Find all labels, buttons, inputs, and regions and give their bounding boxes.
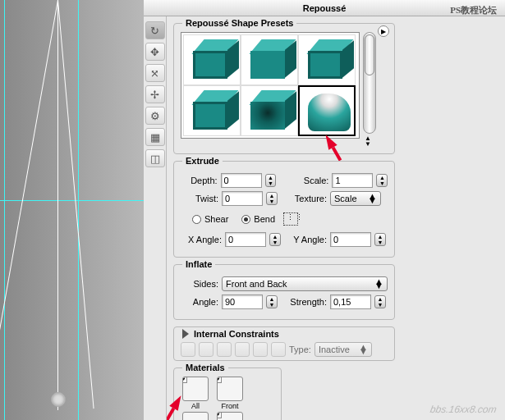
wireframe-line xyxy=(57,0,58,410)
material-all[interactable]: ▾All xyxy=(181,377,210,410)
bend-radio[interactable] xyxy=(241,215,250,224)
texture-label: Texture: xyxy=(287,194,327,203)
drag-origin-icon[interactable] xyxy=(283,212,298,226)
guide-vertical xyxy=(78,0,79,420)
panel-body: Repoussé Shape Presets ▶ ▲ ▼ xyxy=(167,16,505,420)
depth-input[interactable] xyxy=(221,173,262,188)
texture-value: Scale xyxy=(334,194,357,203)
tool-grid[interactable]: ▦ xyxy=(145,128,165,146)
constraint-tool-6[interactable] xyxy=(271,342,286,357)
fieldset-materials: Materials ▾All ▾Front B ▾Sides ▾Bevel2 B xyxy=(173,368,282,420)
inflate-sides-select[interactable]: Front and Back▲▼ xyxy=(222,276,388,291)
inflate-strength-input[interactable] xyxy=(330,294,371,309)
twist-stepper[interactable]: ▲▼ xyxy=(266,192,278,205)
constraints-title: Internal Constraints xyxy=(194,329,279,339)
scrollbar-thumb[interactable] xyxy=(365,34,374,75)
xangle-label: X Angle: xyxy=(181,235,222,244)
preset-cube-hollow[interactable] xyxy=(241,85,298,136)
scale-input[interactable] xyxy=(332,173,373,188)
watermark-text: PS教程论坛 xyxy=(450,2,497,18)
guide-vertical xyxy=(4,0,5,420)
fieldset-constraints: Internal Constraints Type: Inactive▲▼ xyxy=(173,326,395,361)
inflate-angle-stepper[interactable]: ▲▼ xyxy=(266,295,278,308)
disclosure-triangle-icon[interactable] xyxy=(182,329,189,339)
scroll-down-icon[interactable]: ▼ xyxy=(365,141,371,147)
vertex-handle[interactable] xyxy=(51,392,66,407)
preset-cube-bevel[interactable] xyxy=(183,34,241,85)
yangle-input[interactable] xyxy=(330,232,371,247)
scale-label: Scale: xyxy=(292,176,329,185)
shear-label: Shear xyxy=(204,214,228,224)
fieldset-title: Materials xyxy=(182,363,228,372)
constraint-tool-2[interactable] xyxy=(199,342,213,357)
fieldset-title: Inflate xyxy=(182,259,215,269)
flyout-icon[interactable]: ▶ xyxy=(378,25,389,37)
constraint-type-label: Type: xyxy=(289,345,311,354)
xangle-input[interactable] xyxy=(225,232,266,247)
depth-label: Depth: xyxy=(181,176,218,185)
fieldset-extrude: Extrude Depth: ▲▼ Scale: ▲▼ Twist: ▲▼ Te… xyxy=(173,161,395,258)
inflate-angle-input[interactable] xyxy=(222,294,263,309)
inflate-sides-value: Front and Back xyxy=(226,279,287,289)
wireframe-line xyxy=(57,0,94,409)
twist-label: Twist: xyxy=(181,194,218,203)
preset-grid xyxy=(181,32,360,139)
inflate-strength-stepper[interactable]: ▲▼ xyxy=(374,295,386,308)
bend-label: Bend xyxy=(254,214,275,224)
tool-move[interactable]: ⤧ xyxy=(145,64,165,82)
constraint-tool-3[interactable] xyxy=(217,342,232,357)
inflate-strength-label: Strength: xyxy=(281,297,327,307)
fieldset-title: Extrude xyxy=(182,156,223,166)
window-title: Repoussé xyxy=(303,3,347,13)
wireframe-line xyxy=(0,0,58,404)
tool-rotate[interactable]: ↻ xyxy=(145,21,165,39)
tool-pan[interactable]: ✥ xyxy=(145,43,165,61)
constraint-tool-5[interactable] xyxy=(253,342,268,357)
constraint-type-select[interactable]: Inactive▲▼ xyxy=(314,342,372,357)
window-titlebar: Repoussé PS教程论坛 xyxy=(144,0,505,16)
tool-strip: ↻ ✥ ⤧ ✢ ⚙ ▦ ◫ xyxy=(144,16,167,420)
xangle-stepper[interactable]: ▲▼ xyxy=(269,233,281,246)
texture-select[interactable]: Scale▲▼ xyxy=(330,191,381,206)
constraint-tool-1[interactable] xyxy=(181,342,195,357)
scale-stepper[interactable]: ▲▼ xyxy=(376,174,388,187)
material-label: Front xyxy=(221,402,238,410)
preset-cube-inset[interactable] xyxy=(298,34,356,85)
constraint-tool-4[interactable] xyxy=(235,342,250,357)
preset-scrollbar[interactable] xyxy=(363,32,376,134)
material-sides[interactable]: ▾Sides xyxy=(215,412,245,420)
constraint-type-value: Inactive xyxy=(319,345,350,354)
inflate-sides-label: Sides: xyxy=(181,279,218,289)
tool-box[interactable]: ◫ xyxy=(145,149,165,167)
inflate-angle-label: Angle: xyxy=(181,297,218,307)
preset-cube-flat[interactable] xyxy=(241,34,298,85)
shear-radio[interactable] xyxy=(192,215,201,224)
tool-settings[interactable]: ⚙ xyxy=(145,107,165,125)
fieldset-inflate: Inflate Sides: Front and Back▲▼ Angle: ▲… xyxy=(173,264,395,320)
preset-dome[interactable] xyxy=(298,85,356,136)
material-b1[interactable]: B xyxy=(181,412,210,420)
fieldset-presets: Repoussé Shape Presets ▶ ▲ ▼ xyxy=(173,23,395,154)
watermark-url: bbs.16xx8.com xyxy=(429,404,498,415)
yangle-label: Y Angle: xyxy=(284,235,327,244)
fieldset-title: Repoussé Shape Presets xyxy=(182,18,296,28)
depth-stepper[interactable]: ▲▼ xyxy=(265,174,277,187)
preset-cube-frame[interactable] xyxy=(183,85,241,136)
material-label: All xyxy=(191,402,200,410)
tool-scale[interactable]: ✢ xyxy=(145,85,165,103)
yangle-stepper[interactable]: ▲▼ xyxy=(374,233,386,246)
twist-input[interactable] xyxy=(222,191,263,206)
material-front[interactable]: ▾Front xyxy=(215,377,245,410)
